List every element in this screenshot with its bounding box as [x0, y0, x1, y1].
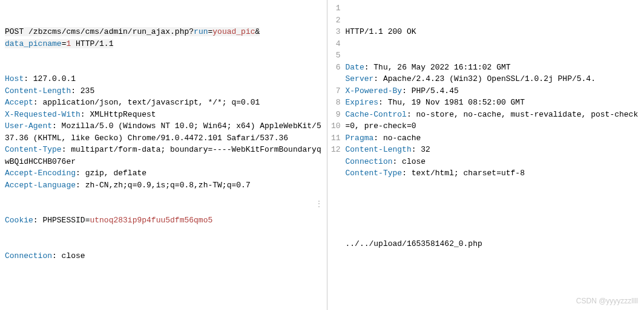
- response-header: X-Powered-By: PHP/5.4.45: [346, 85, 642, 97]
- line-number: 8: [327, 97, 341, 109]
- query-key-picname: data_picname: [5, 39, 62, 48]
- request-line: POST /zbzcms/cms/cms/admin/run_ajax.php?…: [5, 26, 322, 50]
- request-header: Host: 127.0.0.1: [5, 73, 322, 85]
- response-header: Expires: Thu, 19 Nov 1981 08:52:00 GMT: [346, 97, 642, 109]
- connection-header: Connection: close: [5, 250, 322, 262]
- response-header: Cache-Control: no-store, no-cache, must-…: [346, 109, 642, 132]
- line-number: 10: [327, 120, 341, 132]
- response-header: Content-Length: 32: [346, 144, 642, 156]
- request-header: Content-Type: multipart/form-data; bound…: [5, 144, 322, 167]
- kebab-menu-icon[interactable]: ⋮: [315, 202, 323, 207]
- status-line: HTTP/1.1 200 OK: [346, 26, 642, 38]
- line-number-gutter: 123456789101112: [327, 0, 344, 310]
- request-header: Accept: application/json, text/javascrip…: [5, 97, 322, 109]
- line-number: 6: [327, 62, 341, 85]
- query-val-run: youad_pic: [212, 27, 255, 36]
- response-header: Server: Apache/2.4.23 (Win32) OpenSSL/1.…: [346, 73, 642, 85]
- line-number: 7: [327, 85, 341, 97]
- response-header: Pragma: no-cache: [346, 132, 642, 144]
- request-pane[interactable]: POST /zbzcms/cms/cms/admin/run_ajax.php?…: [0, 0, 327, 310]
- watermark: CSDN @yyyyzzzllll: [576, 295, 638, 306]
- http-method: POST: [5, 27, 24, 36]
- response-body: ../../upload/1653581462_0.php: [346, 238, 642, 250]
- response-header: Connection: close: [346, 156, 642, 168]
- line-number: 9: [327, 109, 341, 121]
- request-header: User-Agent: Mozilla/5.0 (Windows NT 10.0…: [5, 120, 322, 144]
- query-key-run: run: [194, 27, 208, 36]
- line-number: 12: [327, 144, 341, 156]
- session-id: utnoq283ip9p4fuu5dfm56qmo5: [90, 216, 212, 225]
- response-header: Content-Type: text/html; charset=utf-8: [346, 167, 642, 179]
- request-header: Accept-Language: zh-CN,zh;q=0.9,is;q=0.8…: [5, 179, 322, 192]
- line-number: 2: [327, 15, 341, 27]
- request-header: Content-Length: 235: [5, 85, 322, 97]
- cookie-header: Cookie: PHPSESSID=utnoq283ip9p4fuu5dfm56…: [5, 215, 322, 227]
- response-pane[interactable]: 123456789101112 HTTP/1.1 200 OK Date: Th…: [327, 0, 645, 310]
- line-number: 4: [327, 38, 341, 50]
- line-number: 5: [327, 50, 341, 62]
- line-number: 11: [327, 132, 341, 144]
- response-header: Date: Thu, 26 May 2022 16:11:02 GMT: [346, 62, 642, 74]
- request-header: Accept-Encoding: gzip, deflate: [5, 167, 322, 179]
- line-number: 3: [327, 26, 341, 38]
- request-header: X-Requested-With: XMLHttpRequest: [5, 109, 322, 121]
- request-path: /zbzcms/cms/cms/admin/run_ajax.php?: [28, 27, 194, 36]
- line-number: 1: [327, 2, 341, 15]
